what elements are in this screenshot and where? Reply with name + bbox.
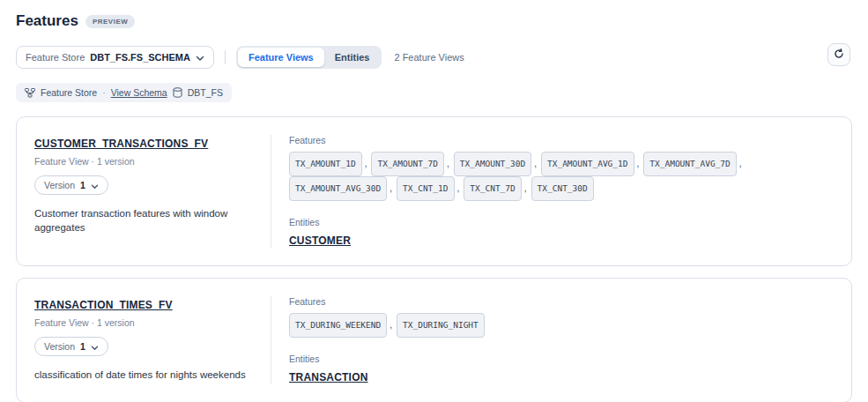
version-value: 1: [80, 341, 85, 352]
feature-chip-list: TX_DURING_WEEKEND,TX_DURING_NIGHT: [289, 313, 834, 338]
entity-link[interactable]: CUSTOMER: [289, 234, 351, 247]
page-header: Features PREVIEW: [16, 12, 852, 30]
entities-section: Entities TRANSACTION: [289, 354, 834, 384]
version-label: Version: [44, 180, 75, 190]
breadcrumb: Feature Store · View Schema DBT_FS: [16, 83, 232, 102]
entity-link[interactable]: TRANSACTION: [289, 371, 368, 383]
feature-chip: TX_AMOUNT_30D: [454, 152, 531, 176]
feature-view-subtitle: Feature View · 1 version: [34, 317, 253, 328]
chip-separator: ,: [389, 320, 392, 330]
features-page: Features PREVIEW Feature Store DBT_FS.FS…: [0, 0, 868, 402]
card-details: Features TX_AMOUNT_1D,TX_AMOUNT_7D,TX_AM…: [271, 135, 834, 248]
chevron-down-icon: [91, 177, 99, 193]
toolbar: Feature Store DBT_FS.FS_SCHEMA Feature V…: [16, 46, 852, 69]
feature-view-title-link[interactable]: TRANSACTION_TIMES_FV: [34, 299, 173, 311]
feature-view-card: CUSTOMER_TRANSACTIONS_FV Feature View · …: [16, 116, 852, 266]
feature-chip: TX_DURING_WEEKEND: [289, 313, 387, 338]
version-label: Version: [44, 341, 75, 352]
card-details: Features TX_DURING_WEEKEND,TX_DURING_NIG…: [271, 296, 834, 384]
refresh-icon: [834, 47, 844, 63]
feature-views-count: 2 Feature Views: [394, 52, 464, 63]
preview-badge: PREVIEW: [85, 15, 135, 28]
entity-link-list: TRANSACTION: [289, 364, 834, 384]
feature-view-card: TRANSACTION_TIMES_FV Feature View · 1 ve…: [16, 278, 852, 402]
refresh-button[interactable]: [827, 43, 850, 66]
feature-store-select[interactable]: Feature Store DBT_FS.FS_SCHEMA: [16, 46, 214, 69]
breadcrumb-store-label: Feature Store: [41, 87, 97, 98]
view-tabs: Feature Views Entities: [236, 46, 382, 69]
feature-chip-list: TX_AMOUNT_1D,TX_AMOUNT_7D,TX_AMOUNT_30D,…: [289, 152, 834, 201]
feature-chip: TX_AMOUNT_AVG_30D: [289, 176, 387, 201]
version-select[interactable]: Version 1: [34, 175, 108, 195]
chip-separator: ,: [637, 159, 640, 168]
feature-chip: TX_CNT_30D: [531, 176, 594, 201]
chevron-down-icon: [91, 339, 99, 354]
breadcrumb-separator: ·: [102, 87, 106, 98]
feature-chip: TX_AMOUNT_AVG_7D: [643, 152, 737, 176]
chip-separator: ,: [524, 183, 527, 193]
chip-separator: ,: [365, 159, 367, 168]
version-value: 1: [80, 180, 85, 190]
chip-separator: ,: [457, 183, 460, 193]
feature-chip: TX_AMOUNT_AVG_1D: [541, 152, 634, 176]
feature-store-value: DBT_FS.FS_SCHEMA: [90, 52, 190, 63]
chip-separator: ,: [447, 159, 449, 168]
features-section-label: Features: [289, 296, 834, 307]
tab-entities[interactable]: Entities: [324, 48, 381, 67]
card-summary: CUSTOMER_TRANSACTIONS_FV Feature View · …: [34, 135, 271, 248]
feature-chip: TX_CNT_7D: [464, 176, 521, 201]
card-summary: TRANSACTION_TIMES_FV Feature View · 1 ve…: [34, 296, 271, 384]
chip-separator: ,: [739, 159, 742, 168]
chevron-down-icon: [196, 49, 204, 65]
feature-chip: TX_CNT_1D: [397, 176, 454, 201]
feature-store-label: Feature Store: [26, 52, 85, 63]
version-select[interactable]: Version 1: [34, 337, 108, 356]
entities-section-label: Entities: [289, 354, 834, 364]
feature-view-subtitle: Feature View · 1 version: [34, 156, 253, 167]
chip-separator: ,: [389, 183, 392, 193]
feature-view-description: Customer transaction features with windo…: [34, 207, 253, 234]
features-section-label: Features: [289, 135, 834, 145]
feature-view-description: classification of date times for nights …: [34, 368, 253, 383]
feature-chip: TX_DURING_NIGHT: [397, 313, 485, 338]
database-icon: [173, 87, 182, 98]
chip-separator: ,: [534, 159, 537, 168]
page-title: Features: [16, 12, 78, 30]
view-schema-link[interactable]: View Schema: [111, 87, 167, 98]
feature-view-title-link[interactable]: CUSTOMER_TRANSACTIONS_FV: [34, 138, 208, 150]
toolbar-divider: [225, 50, 226, 64]
feature-chip: TX_AMOUNT_7D: [371, 152, 444, 176]
entity-link-list: CUSTOMER: [289, 227, 834, 248]
entities-section-label: Entities: [289, 217, 834, 227]
feature-store-icon: [25, 88, 35, 98]
feature-chip: TX_AMOUNT_1D: [289, 152, 362, 176]
breadcrumb-database: DBT_FS: [188, 87, 223, 98]
entities-section: Entities CUSTOMER: [289, 217, 834, 248]
tab-feature-views[interactable]: Feature Views: [238, 48, 324, 67]
